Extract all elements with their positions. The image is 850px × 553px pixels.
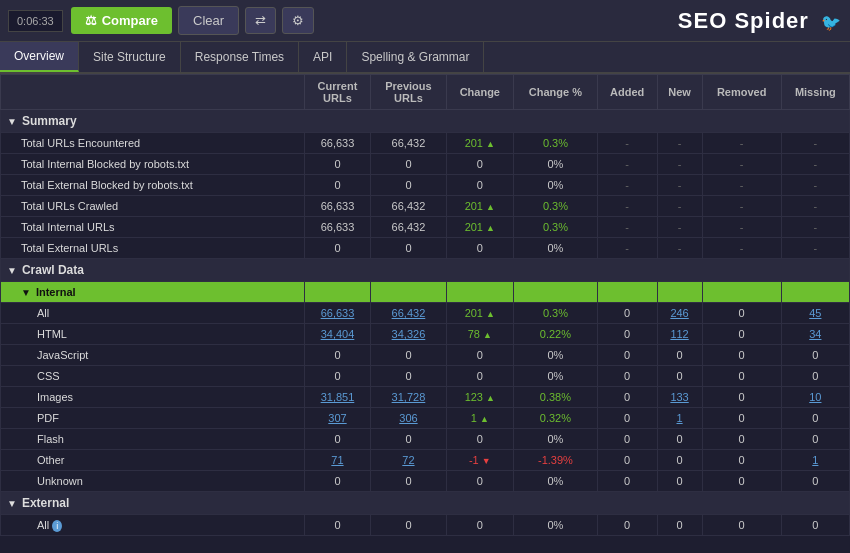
missing-val: 0 [781,515,849,536]
tab-site-structure[interactable]: Site Structure [79,42,181,72]
col-header-added: Added [597,75,657,110]
removed-val: 0 [702,303,781,324]
added-val: 0 [597,366,657,387]
change-val: -1 ▼ [446,450,513,471]
removed-val: - [702,238,781,259]
previous-val: 66,432 [371,196,446,217]
pct-val: 0% [514,345,598,366]
removed-val: 0 [702,515,781,536]
pct-val: 0% [514,238,598,259]
missing-val[interactable]: 45 [781,303,849,324]
table-row: HTML34,40434,32678 ▲0.22%0112034 [1,324,850,345]
row-label: HTML [1,324,305,345]
new-val[interactable]: 1 [657,408,702,429]
previous-val: 0 [371,154,446,175]
section-header-crawl-data[interactable]: ▼Crawl Data [1,259,850,282]
table-row: All i0000%0000 [1,515,850,536]
row-label: CSS [1,366,305,387]
new-val: - [657,175,702,196]
missing-val: - [781,175,849,196]
current-val[interactable]: 307 [304,408,371,429]
section-header-summary[interactable]: ▼Summary [1,110,850,133]
previous-val[interactable]: 34,326 [371,324,446,345]
new-val[interactable]: 133 [657,387,702,408]
clear-button[interactable]: Clear [178,6,239,35]
change-val: 123 ▲ [446,387,513,408]
section-header-external[interactable]: ▼External [1,492,850,515]
main-table-container: CurrentURLs PreviousURLs Change Change %… [0,74,850,553]
change-val: 201 ▲ [446,196,513,217]
added-val: - [597,196,657,217]
missing-val[interactable]: 1 [781,450,849,471]
change-val: 1 ▲ [446,408,513,429]
missing-val: 0 [781,345,849,366]
pct-val: 0% [514,429,598,450]
current-val[interactable]: 34,404 [304,324,371,345]
col-header-new: New [657,75,702,110]
nav-tabs: Overview Site Structure Response Times A… [0,42,850,74]
pct-val: 0% [514,154,598,175]
change-val: 201 ▲ [446,303,513,324]
missing-val[interactable]: 34 [781,324,849,345]
tab-api[interactable]: API [299,42,347,72]
added-val: 0 [597,324,657,345]
info-icon[interactable]: i [52,520,62,532]
compare-icon: ⚖ [85,13,97,28]
removed-val: - [702,133,781,154]
new-val[interactable]: 246 [657,303,702,324]
col-header-name [1,75,305,110]
current-val[interactable]: 31,851 [304,387,371,408]
previous-val[interactable]: 31,728 [371,387,446,408]
new-val: - [657,238,702,259]
pct-val: 0.3% [514,133,598,154]
new-val[interactable]: 112 [657,324,702,345]
removed-val: 0 [702,429,781,450]
removed-val: - [702,175,781,196]
removed-val: - [702,154,781,175]
pct-val: -1.39% [514,450,598,471]
toggle-external[interactable]: ▼ [7,498,17,509]
change-val: 0 [446,515,513,536]
change-val: 78 ▲ [446,324,513,345]
toggle-summary[interactable]: ▼ [7,116,17,127]
current-val: 0 [304,471,371,492]
new-val: 0 [657,345,702,366]
missing-val[interactable]: 10 [781,387,849,408]
current-val[interactable]: 71 [304,450,371,471]
previous-val[interactable]: 306 [371,408,446,429]
subsection-header-internal[interactable]: ▼Internal [1,282,850,303]
table-row: CSS0000%0000 [1,366,850,387]
new-val: - [657,196,702,217]
toggle-internal[interactable]: ▼ [21,287,31,298]
change-val: 0 [446,175,513,196]
new-val: 0 [657,429,702,450]
twitter-icon: 🐦 [821,14,842,31]
settings-button[interactable]: ⚙ [282,7,314,34]
added-val: 0 [597,345,657,366]
removed-val: 0 [702,345,781,366]
missing-val: 0 [781,408,849,429]
swap-button[interactable]: ⇄ [245,7,276,34]
row-label: Total Internal URLs [1,217,305,238]
added-val: 0 [597,303,657,324]
toggle-crawl-data[interactable]: ▼ [7,265,17,276]
compare-button[interactable]: ⚖ Compare [71,7,172,34]
removed-val: - [702,217,781,238]
current-val: 66,633 [304,133,371,154]
missing-val: - [781,196,849,217]
tab-spelling[interactable]: Spelling & Grammar [347,42,484,72]
pct-val: 0.32% [514,408,598,429]
change-val: 0 [446,366,513,387]
tab-overview[interactable]: Overview [0,42,79,72]
row-label: Total Internal Blocked by robots.txt [1,154,305,175]
previous-val: 0 [371,471,446,492]
added-val: 0 [597,450,657,471]
change-val: 0 [446,345,513,366]
added-val: 0 [597,471,657,492]
previous-val[interactable]: 72 [371,450,446,471]
tab-response-times[interactable]: Response Times [181,42,299,72]
previous-val[interactable]: 66,432 [371,303,446,324]
pct-val: 0.22% [514,324,598,345]
current-val[interactable]: 66,633 [304,303,371,324]
col-header-removed: Removed [702,75,781,110]
